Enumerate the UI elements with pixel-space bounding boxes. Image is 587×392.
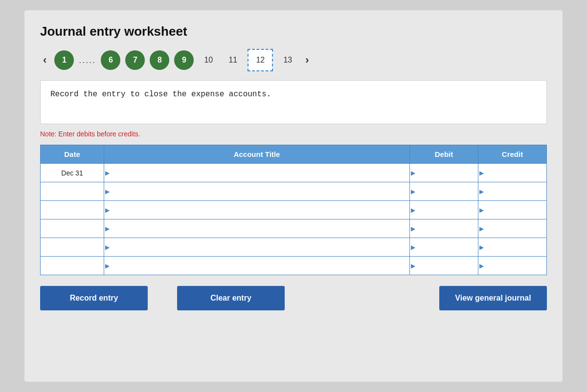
arrow-icon: ▶ — [411, 207, 415, 214]
nav-item-6[interactable]: 6 — [101, 50, 120, 70]
debit-input-3[interactable] — [410, 219, 478, 238]
credit-input-5[interactable] — [478, 257, 546, 275]
date-cell-1[interactable] — [41, 182, 104, 201]
arrow-icon: ▶ — [479, 170, 484, 176]
credit-cell-0[interactable]: ▶ — [478, 164, 547, 182]
debit-input-2[interactable] — [410, 201, 478, 219]
table-row: ▶▶▶ — [41, 238, 547, 257]
nav-item-13[interactable]: 13 — [278, 50, 297, 70]
credit-input-1[interactable] — [478, 182, 546, 200]
view-general-journal-button[interactable]: View general journal — [439, 286, 547, 310]
arrow-icon: ▶ — [479, 262, 484, 269]
col-header-date: Date — [41, 145, 104, 164]
arrow-icon: ▶ — [411, 170, 415, 176]
account-cell-4[interactable]: ▶ — [104, 238, 410, 257]
account-input-2[interactable] — [104, 201, 409, 219]
account-cell-2[interactable]: ▶ — [104, 201, 410, 219]
account-input-0[interactable] — [104, 164, 409, 182]
arrow-icon: ▶ — [411, 244, 415, 251]
credit-input-4[interactable] — [478, 238, 546, 256]
account-cell-1[interactable]: ▶ — [104, 182, 410, 201]
instruction-box: Record the entry to close the expense ac… — [40, 80, 547, 124]
arrow-icon: ▶ — [105, 188, 110, 195]
debit-cell-4[interactable]: ▶ — [410, 238, 478, 257]
page-title: Journal entry worksheet — [40, 24, 547, 39]
debit-cell-3[interactable]: ▶ — [410, 219, 478, 238]
credit-cell-5[interactable]: ▶ — [478, 257, 547, 275]
arrow-icon: ▶ — [105, 262, 110, 269]
debit-cell-1[interactable]: ▶ — [410, 182, 478, 201]
arrow-icon: ▶ — [479, 225, 484, 232]
account-input-1[interactable] — [104, 182, 409, 200]
nav-item-8[interactable]: 8 — [150, 50, 169, 70]
table-row: ▶▶▶ — [41, 219, 547, 238]
prev-arrow[interactable]: ‹ — [40, 53, 49, 67]
date-cell-2[interactable] — [41, 201, 104, 219]
credit-cell-2[interactable]: ▶ — [478, 201, 547, 219]
date-cell-4[interactable] — [41, 238, 104, 257]
debit-cell-2[interactable]: ▶ — [410, 201, 478, 219]
next-arrow[interactable]: › — [302, 53, 312, 67]
journal-table: Date Account Title Debit Credit Dec 31▶▶… — [40, 145, 547, 275]
credit-cell-4[interactable]: ▶ — [478, 238, 547, 257]
nav-item-11[interactable]: 11 — [223, 50, 243, 70]
record-entry-button[interactable]: Record entry — [40, 286, 148, 310]
debit-input-0[interactable] — [410, 164, 478, 182]
nav-dots: ..... — [79, 55, 96, 65]
col-header-account: Account Title — [104, 145, 410, 164]
table-row: ▶▶▶ — [41, 201, 547, 219]
account-cell-0[interactable]: ▶ — [104, 164, 410, 182]
nav-item-10[interactable]: 10 — [199, 50, 218, 70]
account-input-4[interactable] — [104, 238, 409, 256]
account-input-5[interactable] — [104, 257, 409, 275]
worksheet-container: Journal entry worksheet ‹ 1 ..... 6 7 8 … — [24, 10, 563, 382]
debit-cell-0[interactable]: ▶ — [410, 164, 478, 182]
arrow-icon: ▶ — [411, 225, 415, 232]
arrow-icon: ▶ — [411, 262, 415, 269]
account-cell-5[interactable]: ▶ — [104, 257, 410, 275]
nav-item-1[interactable]: 1 — [54, 50, 74, 70]
table-row: Dec 31▶▶▶ — [41, 164, 547, 182]
arrow-icon: ▶ — [105, 207, 110, 214]
credit-input-2[interactable] — [478, 201, 546, 219]
arrow-icon: ▶ — [411, 188, 415, 195]
debit-input-5[interactable] — [410, 257, 478, 275]
credit-input-0[interactable] — [478, 164, 546, 182]
col-header-debit: Debit — [410, 145, 478, 164]
navigation-row: ‹ 1 ..... 6 7 8 9 10 11 12 13 › — [40, 49, 547, 71]
table-row: ▶▶▶ — [41, 257, 547, 275]
arrow-icon: ▶ — [105, 225, 110, 232]
instruction-text: Record the entry to close the expense ac… — [50, 90, 271, 99]
debit-input-4[interactable] — [410, 238, 478, 256]
arrow-icon: ▶ — [479, 188, 484, 195]
arrow-icon: ▶ — [105, 170, 110, 176]
account-cell-3[interactable]: ▶ — [104, 219, 410, 238]
arrow-icon: ▶ — [105, 244, 110, 251]
nav-item-7[interactable]: 7 — [125, 50, 145, 70]
arrow-icon: ▶ — [479, 244, 484, 251]
credit-input-3[interactable] — [478, 219, 546, 238]
date-cell-0[interactable]: Dec 31 — [41, 164, 104, 182]
col-header-credit: Credit — [478, 145, 547, 164]
nav-item-9[interactable]: 9 — [174, 50, 194, 70]
date-cell-3[interactable] — [41, 219, 104, 238]
buttons-row: Record entry Clear entry View general jo… — [40, 286, 547, 310]
date-cell-5[interactable] — [41, 257, 104, 275]
debit-input-1[interactable] — [410, 182, 478, 200]
clear-entry-button[interactable]: Clear entry — [177, 286, 285, 310]
credit-cell-1[interactable]: ▶ — [478, 182, 547, 201]
arrow-icon: ▶ — [479, 207, 484, 214]
note-text: Note: Enter debits before credits. — [40, 130, 547, 138]
nav-item-12[interactable]: 12 — [248, 49, 273, 71]
table-row: ▶▶▶ — [41, 182, 547, 201]
credit-cell-3[interactable]: ▶ — [478, 219, 547, 238]
debit-cell-5[interactable]: ▶ — [410, 257, 478, 275]
account-input-3[interactable] — [104, 219, 409, 238]
